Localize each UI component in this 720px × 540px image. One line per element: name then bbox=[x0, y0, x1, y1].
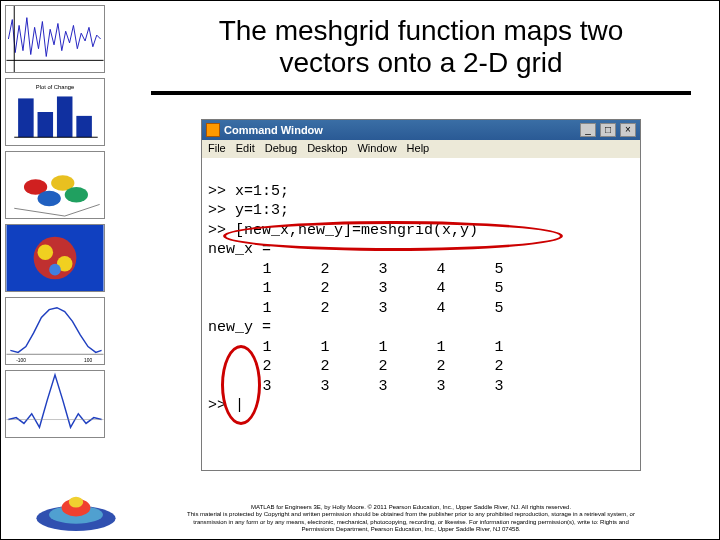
newx-label: new_x = bbox=[208, 241, 271, 258]
cell: 3 bbox=[470, 377, 528, 397]
cell: 2 bbox=[470, 357, 528, 377]
cell: 4 bbox=[412, 279, 470, 299]
title-line-1: The meshgrid function maps two bbox=[219, 15, 624, 46]
cell: 5 bbox=[470, 299, 528, 319]
svg-rect-6 bbox=[38, 112, 54, 137]
cell: 2 bbox=[238, 357, 296, 377]
title-line-2: vectors onto a 2-D grid bbox=[279, 47, 562, 78]
svg-point-14 bbox=[65, 187, 88, 203]
console-area[interactable]: >> x=1:5; >> y=1:3; >> [new_x,new_y]=mes… bbox=[202, 158, 640, 470]
menu-desktop[interactable]: Desktop bbox=[307, 142, 347, 156]
cell: 1 bbox=[412, 338, 470, 358]
cell: 1 bbox=[296, 338, 354, 358]
svg-rect-7 bbox=[57, 96, 73, 137]
cell: 1 bbox=[238, 299, 296, 319]
cell: 1 bbox=[470, 338, 528, 358]
svg-rect-8 bbox=[76, 116, 92, 137]
sidebar-thumbnails: Plot of Change bbox=[5, 5, 115, 438]
newx-matrix: 12345 12345 12345 bbox=[238, 260, 634, 319]
cell: 2 bbox=[296, 260, 354, 280]
window-menubar: File Edit Debug Desktop Window Help bbox=[202, 140, 640, 158]
window-title: Command Window bbox=[224, 124, 576, 136]
cell: 3 bbox=[296, 377, 354, 397]
menu-file[interactable]: File bbox=[208, 142, 226, 156]
thumb-sinc-plot bbox=[5, 370, 105, 438]
slide: Plot of Change bbox=[0, 0, 720, 540]
svg-rect-5 bbox=[18, 98, 34, 137]
svg-rect-26 bbox=[6, 371, 103, 437]
menu-edit[interactable]: Edit bbox=[236, 142, 255, 156]
svg-point-31 bbox=[69, 497, 83, 508]
close-button[interactable]: × bbox=[620, 123, 636, 137]
minimize-button[interactable]: _ bbox=[580, 123, 596, 137]
svg-text:-100: -100 bbox=[16, 358, 26, 363]
cell: 2 bbox=[296, 357, 354, 377]
thumb-signal-plot bbox=[5, 5, 105, 73]
cell: 4 bbox=[412, 299, 470, 319]
footer-line-3: transmission in any form or by any means… bbox=[131, 519, 691, 526]
cell: 1 bbox=[354, 338, 412, 358]
cell: 2 bbox=[412, 357, 470, 377]
newy-label: new_y = bbox=[208, 319, 271, 336]
cell: 3 bbox=[354, 260, 412, 280]
menu-window[interactable]: Window bbox=[357, 142, 396, 156]
svg-point-19 bbox=[38, 244, 54, 260]
cell: 1 bbox=[238, 338, 296, 358]
svg-point-21 bbox=[49, 264, 61, 276]
slide-title: The meshgrid function maps two vectors o… bbox=[141, 15, 701, 79]
cell: 1 bbox=[238, 260, 296, 280]
svg-text:Plot of Change: Plot of Change bbox=[36, 84, 74, 90]
cell: 5 bbox=[470, 260, 528, 280]
window-titlebar: Command Window _ □ × bbox=[202, 120, 640, 140]
footer-line-4: Permissions Department, Pearson Educatio… bbox=[131, 526, 691, 533]
cell: 2 bbox=[296, 279, 354, 299]
title-underline bbox=[151, 91, 691, 95]
cell: 3 bbox=[354, 377, 412, 397]
svg-text:100: 100 bbox=[84, 358, 92, 363]
cell: 2 bbox=[354, 357, 412, 377]
cell: 3 bbox=[412, 377, 470, 397]
menu-help[interactable]: Help bbox=[407, 142, 430, 156]
thumb-3d-sombrero bbox=[31, 480, 121, 535]
menu-debug[interactable]: Debug bbox=[265, 142, 297, 156]
code-line-2: >> y=1:3; bbox=[208, 202, 289, 219]
maximize-button[interactable]: □ bbox=[600, 123, 616, 137]
cell: 2 bbox=[296, 299, 354, 319]
svg-point-13 bbox=[38, 191, 61, 207]
cell: 3 bbox=[354, 279, 412, 299]
cell: 4 bbox=[412, 260, 470, 280]
matlab-icon bbox=[206, 123, 220, 137]
matlab-command-window: Command Window _ □ × File Edit Debug Des… bbox=[201, 119, 641, 471]
thumb-bar-chart: Plot of Change bbox=[5, 78, 105, 146]
prompt: >> | bbox=[208, 397, 244, 414]
copyright-footer: MATLAB for Engineers 3E, by Holly Moore.… bbox=[131, 504, 691, 533]
footer-line-1: MATLAB for Engineers 3E, by Holly Moore.… bbox=[131, 504, 691, 511]
footer-line-2: This material is protected by Copyright … bbox=[131, 511, 691, 518]
cell: 5 bbox=[470, 279, 528, 299]
thumb-fractal-plot bbox=[5, 224, 105, 292]
cell: 1 bbox=[238, 279, 296, 299]
thumb-line-plot: -100 100 bbox=[5, 297, 105, 365]
cell: 3 bbox=[354, 299, 412, 319]
newy-matrix: 11111 22222 33333 bbox=[238, 338, 634, 397]
code-line-3: >> [new_x,new_y]=meshgrid(x,y) bbox=[208, 222, 478, 239]
code-line-1: >> x=1:5; bbox=[208, 183, 289, 200]
thumb-surface-plot bbox=[5, 151, 105, 219]
cell: 3 bbox=[238, 377, 296, 397]
